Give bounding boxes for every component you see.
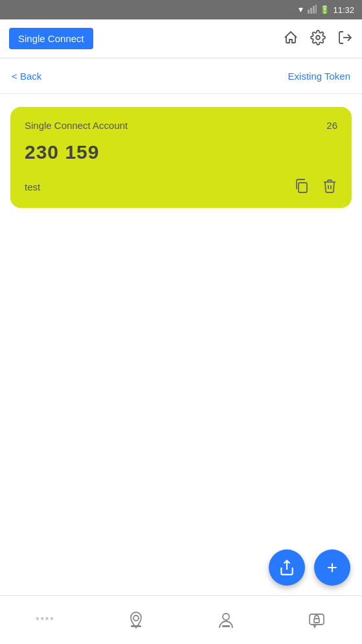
card-badge: 26	[326, 120, 337, 131]
clock: 11:32	[333, 5, 354, 15]
svg-rect-2	[313, 6, 315, 14]
back-button[interactable]: < Back	[12, 71, 41, 82]
svg-rect-6	[299, 183, 307, 192]
dots-label: ****	[36, 615, 55, 625]
plus-icon: +	[327, 558, 337, 577]
svg-rect-1	[310, 8, 312, 14]
settings-icon[interactable]	[310, 30, 326, 48]
status-bar: ▼ 🔋 11:32	[0, 0, 362, 19]
bottom-nav-item-chat-lock[interactable]	[291, 611, 343, 629]
app-title-button[interactable]: Single Connect	[9, 28, 93, 49]
home-icon[interactable]	[283, 30, 299, 48]
delete-button[interactable]	[322, 178, 337, 196]
main-content: Single Connect Account 26 230 159 test	[0, 94, 362, 221]
wifi-icon: ▼	[297, 5, 305, 14]
card-actions	[293, 178, 337, 196]
bottom-nav: ****	[0, 595, 362, 644]
svg-point-4	[316, 36, 320, 40]
svg-rect-13	[314, 619, 319, 623]
svg-rect-9	[131, 625, 141, 627]
bottom-nav-item-user[interactable]	[200, 611, 252, 629]
card-code: 230 159	[25, 141, 337, 163]
fab-container: +	[269, 549, 350, 586]
add-fab-button[interactable]: +	[314, 549, 350, 586]
share-fab-button[interactable]	[269, 549, 305, 586]
svg-point-10	[223, 614, 229, 620]
copy-button[interactable]	[293, 178, 310, 196]
card-footer: test	[25, 178, 337, 196]
svg-rect-11	[222, 625, 230, 627]
account-card: Single Connect Account 26 230 159 test	[10, 107, 352, 208]
chat-lock-icon	[308, 611, 326, 629]
location-pin-icon	[127, 611, 145, 629]
nav-row: < Back Existing Token	[0, 58, 362, 94]
svg-rect-3	[315, 5, 317, 14]
bottom-nav-item-location[interactable]	[110, 611, 162, 629]
card-label: test	[25, 181, 40, 192]
app-bar: Single Connect	[0, 19, 362, 58]
bottom-nav-item-dots[interactable]: ****	[19, 615, 71, 625]
svg-point-8	[133, 615, 139, 621]
existing-token-button[interactable]: Existing Token	[288, 71, 350, 82]
signal-icon	[308, 5, 317, 16]
user-icon	[217, 611, 235, 629]
battery-icon: 🔋	[320, 5, 330, 14]
logout-icon[interactable]	[337, 30, 353, 48]
svg-rect-0	[308, 10, 310, 14]
app-bar-actions	[283, 30, 353, 48]
card-title: Single Connect Account	[25, 120, 128, 131]
card-header: Single Connect Account 26	[25, 120, 337, 131]
